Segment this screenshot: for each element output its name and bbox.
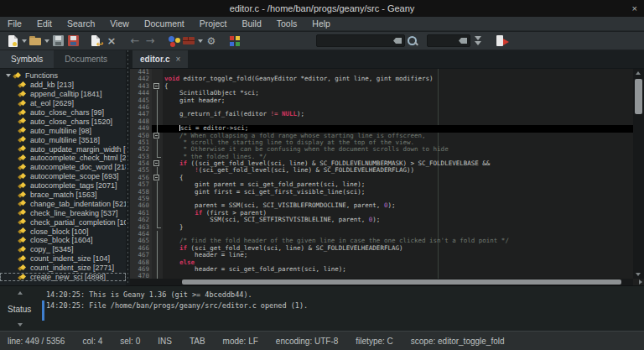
- menu-document[interactable]: Document: [137, 18, 192, 29]
- menu-edit[interactable]: Edit: [29, 18, 60, 29]
- quit-button[interactable]: [494, 34, 509, 49]
- tree-item[interactable]: at_eol [2629]: [0, 99, 126, 108]
- scroll-down-icon[interactable]: [636, 273, 641, 276]
- tree-item[interactable]: auto_update_margin_width [989]: [0, 144, 126, 154]
- menu-help[interactable]: Help: [304, 18, 338, 29]
- menu-file[interactable]: File: [0, 18, 29, 29]
- fold-marker[interactable]: [152, 160, 163, 167]
- color-chooser-button[interactable]: [227, 34, 242, 49]
- tree-item[interactable]: auto_close_chars [99]: [0, 108, 126, 118]
- clear-icon[interactable]: [393, 38, 402, 44]
- editor-tab-label: editor.c: [140, 55, 170, 64]
- tree-item[interactable]: append_calltip [1841]: [0, 90, 126, 99]
- tree-item-label: autocomplete_tags [2071]: [30, 181, 117, 190]
- code-line[interactable]: 455 !(sci_get_fold_level(sci, line) & SC…: [130, 167, 633, 174]
- menu-project[interactable]: Project: [192, 18, 235, 29]
- tree-item[interactable]: change_tab_indentation [5210]: [0, 199, 126, 208]
- line-number[interactable]: 470: [130, 273, 152, 279]
- tree-item[interactable]: copy_ [5345]: [0, 245, 126, 254]
- tab-close-icon[interactable]: ×: [176, 55, 181, 64]
- build-dropdown[interactable]: [196, 34, 204, 49]
- tree-item[interactable]: close_block [1604]: [0, 236, 126, 245]
- save-button[interactable]: [50, 34, 65, 49]
- open-file-dropdown[interactable]: [43, 34, 50, 49]
- tab-symbols[interactable]: Symbols: [0, 50, 54, 68]
- tree-item[interactable]: autocomplete_check_html [2088]: [0, 154, 126, 163]
- tree-item[interactable]: count_indent_size [2771]: [0, 264, 126, 273]
- msg-tabs-scroll-up-icon[interactable]: [18, 291, 23, 295]
- code-line[interactable]: 458 gint first = sci_get_first_visible_l…: [130, 189, 633, 196]
- fold-marker: [152, 154, 163, 160]
- run-button[interactable]: ⚙: [204, 34, 219, 49]
- tree-item[interactable]: check_line_breaking [537]: [0, 208, 126, 217]
- code-line[interactable]: 445 gint header;: [130, 97, 633, 104]
- code-line[interactable]: 463 }: [130, 224, 633, 231]
- scroll-right-icon[interactable]: [639, 279, 642, 285]
- nav-forward-button[interactable]: →: [143, 34, 158, 49]
- tree-item[interactable]: count_indent_size [104]: [0, 254, 126, 264]
- open-file-button[interactable]: [28, 34, 43, 49]
- menu-view[interactable]: View: [102, 18, 137, 29]
- new-file-dropdown[interactable]: [20, 34, 28, 49]
- status-message-row[interactable]: 14:20:25: This is Geany 1.36 (git >= 4bc…: [46, 290, 641, 300]
- code-line[interactable]: 447 g_return_if_fail(editor != NULL);: [130, 111, 633, 118]
- code-line[interactable]: 442void editor_toggle_fold(GeanyEditor *…: [130, 76, 633, 82]
- goto-line-input[interactable]: [427, 34, 470, 47]
- tab-status[interactable]: Status: [8, 305, 31, 314]
- tree-item[interactable]: autocomplete_scope [693]: [0, 172, 126, 181]
- nav-back-button[interactable]: ←: [127, 34, 143, 49]
- horizontal-scroll-thumb[interactable]: [182, 279, 621, 285]
- build-button[interactable]: [181, 34, 196, 49]
- code-line[interactable]: 462 SSM(sci, SCI_SETFIRSTVISIBLELINE, pa…: [130, 217, 633, 223]
- statusbar-segment: INS: [158, 337, 172, 346]
- tree-item[interactable]: autocomplete_tags [2071]: [0, 181, 126, 191]
- vertical-scroll-thumb[interactable]: [635, 79, 642, 114]
- goto-line-button[interactable]: [470, 34, 486, 49]
- compile-button[interactable]: [166, 34, 181, 49]
- symbol-icon: [18, 118, 27, 125]
- tab-documents[interactable]: Documents: [54, 50, 118, 68]
- tree-item[interactable]: brace_match [1563]: [0, 191, 126, 200]
- fold-marker[interactable]: [152, 175, 163, 181]
- code-line[interactable]: 469 header = sci_get_fold_parent(sci, li…: [130, 266, 633, 273]
- tree-item[interactable]: auto_multiline [3518]: [0, 135, 126, 144]
- expander-icon[interactable]: [4, 72, 12, 80]
- titlebar[interactable]: editor.c - /home/ban/progs/geany/src - G…: [0, 0, 644, 17]
- tree-item[interactable]: check_partial_completion [1016]: [0, 217, 126, 227]
- save-all-button[interactable]: [65, 34, 80, 49]
- revert-button[interactable]: ↩: [89, 34, 104, 49]
- search-input[interactable]: [316, 34, 405, 47]
- fold-marker[interactable]: [152, 133, 163, 139]
- msg-tabs-scroll-down-icon[interactable]: [18, 323, 23, 326]
- tree-item[interactable]: auto_close_chars [1520]: [0, 117, 126, 126]
- code-text: gint header;: [163, 97, 633, 104]
- status-message-row[interactable]: 14:20:25: File /home/ban/progs/geany/src…: [46, 300, 641, 311]
- tree-item[interactable]: autocomplete_doc_word [2180]: [0, 163, 126, 172]
- code-line[interactable]: 467 header = line;: [130, 252, 633, 259]
- horizontal-scrollbar[interactable]: [130, 279, 633, 285]
- vertical-scrollbar[interactable]: [633, 69, 644, 279]
- fold-marker: [152, 97, 163, 104]
- code-line[interactable]: 470: [130, 273, 633, 279]
- fold-marker[interactable]: [152, 83, 163, 90]
- menu-search[interactable]: Search: [60, 18, 102, 29]
- close-icon: ×: [107, 35, 117, 46]
- tree-item[interactable]: create_new_sci [4898]: [0, 273, 126, 282]
- fold-marker: [152, 231, 163, 238]
- tree-root-functions[interactable]: Functions: [0, 71, 126, 81]
- code-area[interactable]: 441442void editor_toggle_fold(GeanyEdito…: [130, 69, 633, 279]
- tree-item[interactable]: add_kb [213]: [0, 81, 126, 90]
- find-button[interactable]: [405, 34, 420, 49]
- window-close-icon[interactable]: ×: [632, 0, 637, 17]
- chevron-down-icon: [198, 39, 203, 43]
- close-file-button[interactable]: ×: [104, 34, 119, 49]
- tree-item[interactable]: close_block [100]: [0, 227, 126, 236]
- code-token: gint header;: [164, 97, 225, 104]
- tree-item[interactable]: auto_multiline [98]: [0, 126, 126, 135]
- menu-tools[interactable]: Tools: [269, 18, 305, 29]
- clear-icon[interactable]: [459, 38, 467, 44]
- tab-editor-c[interactable]: editor.c ×: [132, 50, 188, 68]
- menu-build[interactable]: Build: [234, 18, 268, 29]
- scroll-up-icon[interactable]: [636, 71, 641, 75]
- new-file-button[interactable]: [5, 34, 20, 49]
